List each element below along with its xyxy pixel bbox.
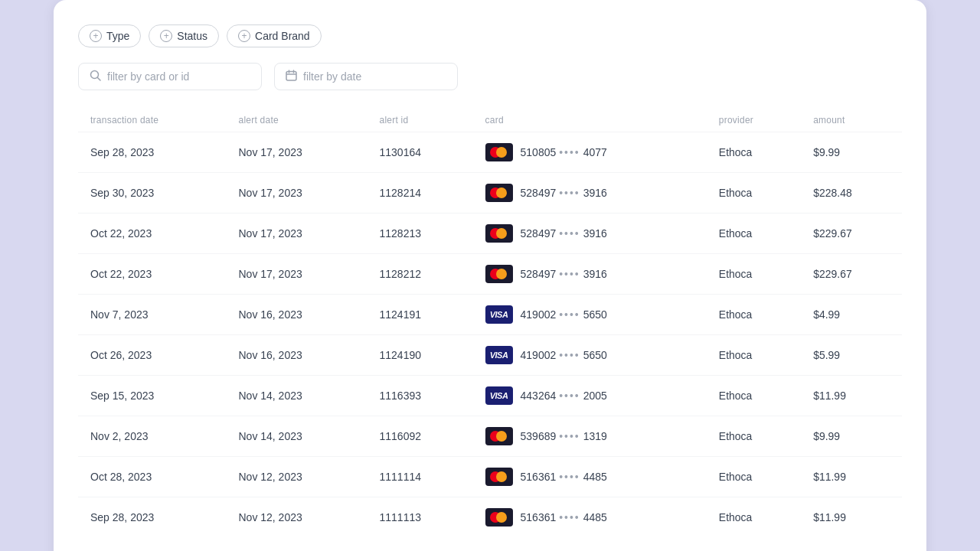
cell-alert-date: Nov 17, 2023 [226,132,367,173]
filter-buttons-row: + Type + Status + Card Brand [78,24,902,47]
cell-card: VISA419002 •••• 5650 [473,295,707,335]
cell-provider: Ethoca [707,416,801,457]
svg-line-1 [98,78,101,81]
cell-provider: Ethoca [707,214,801,254]
cell-alert-date: Nov 17, 2023 [226,254,367,295]
cell-transaction-date: Oct 26, 2023 [78,335,226,376]
cell-provider: Ethoca [707,376,801,416]
cell-alert-id: 1124190 [367,335,472,376]
cell-amount: $229.67 [801,214,902,254]
cell-transaction-date: Nov 2, 2023 [78,416,226,457]
card-number: 528497 •••• 3916 [521,227,607,240]
table-row[interactable]: Sep 15, 2023Nov 14, 20231116393VISA44326… [78,376,902,416]
card-cell: 528497 •••• 3916 [485,265,694,283]
cell-alert-id: 1128212 [367,254,472,295]
cell-card: 516361 •••• 4485 [473,497,707,538]
main-card: + Type + Status + Card Brand [54,0,926,551]
cell-card: 539689 •••• 1319 [473,416,707,457]
cell-amount: $228.48 [801,173,902,214]
cell-card: 528497 •••• 3916 [473,173,707,214]
date-filter-wrap [274,63,458,90]
cell-transaction-date: Sep 30, 2023 [78,173,226,214]
table-row[interactable]: Sep 30, 2023Nov 17, 20231128214 528497 •… [78,173,902,214]
card-number: 516361 •••• 4485 [521,471,607,483]
mastercard-icon [485,468,513,486]
table-row[interactable]: Oct 28, 2023Nov 12, 20231111114 516361 •… [78,457,902,497]
table-row[interactable]: Oct 22, 2023Nov 17, 20231128213 528497 •… [78,214,902,254]
cell-alert-id: 1111113 [367,497,472,538]
col-alert-date: alert date [226,109,367,132]
cell-alert-date: Nov 17, 2023 [226,173,367,214]
card-search-wrap [78,63,262,90]
cell-alert-id: 1124191 [367,295,472,335]
card-brand-filter-label: Card Brand [255,30,310,42]
card-cell: VISA419002 •••• 5650 [485,346,694,364]
cell-transaction-date: Sep 28, 2023 [78,497,226,538]
cell-provider: Ethoca [707,457,801,497]
cell-card: 516361 •••• 4485 [473,457,707,497]
cell-alert-date: Nov 17, 2023 [226,214,367,254]
cell-amount: $11.99 [801,457,902,497]
cell-alert-id: 1128214 [367,173,472,214]
card-cell: VISA419002 •••• 5650 [485,305,694,324]
cell-card: 528497 •••• 3916 [473,214,707,254]
cell-provider: Ethoca [707,132,801,173]
table-row[interactable]: Nov 2, 2023Nov 14, 20231116092 539689 ••… [78,416,902,457]
card-number: 443264 •••• 2005 [521,390,607,402]
card-cell: 516361 •••• 4485 [485,508,694,527]
date-filter-input[interactable] [303,70,446,83]
svg-rect-2 [286,72,296,81]
card-number: 419002 •••• 5650 [521,349,607,361]
cell-amount: $4.99 [801,295,902,335]
status-filter-button[interactable]: + Status [149,24,219,47]
search-row [78,63,902,90]
cell-card: 528497 •••• 3916 [473,254,707,295]
visa-icon: VISA [485,305,513,324]
type-filter-label: Type [106,30,129,42]
cell-transaction-date: Nov 7, 2023 [78,295,226,335]
transactions-table: transaction date alert date alert id car… [78,109,902,537]
table-row[interactable]: Oct 22, 2023Nov 17, 20231128212 528497 •… [78,254,902,295]
card-search-input[interactable] [107,70,250,83]
cell-transaction-date: Oct 22, 2023 [78,214,226,254]
card-number: 528497 •••• 3916 [521,187,607,199]
cell-provider: Ethoca [707,254,801,295]
cell-transaction-date: Sep 28, 2023 [78,132,226,173]
card-brand-filter-button[interactable]: + Card Brand [227,24,322,47]
card-number: 510805 •••• 4077 [521,146,607,158]
card-number: 516361 •••• 4485 [521,511,607,523]
visa-icon: VISA [485,346,513,364]
cell-alert-date: Nov 12, 2023 [226,497,367,538]
mastercard-icon [485,508,513,527]
card-cell: 510805 •••• 4077 [485,143,694,161]
cell-alert-date: Nov 12, 2023 [226,457,367,497]
card-number: 419002 •••• 5650 [521,308,607,321]
mastercard-icon [485,184,513,202]
type-filter-button[interactable]: + Type [78,24,141,47]
table-row[interactable]: Sep 28, 2023Nov 12, 20231111113 516361 •… [78,497,902,538]
visa-icon: VISA [485,386,513,405]
cell-transaction-date: Oct 22, 2023 [78,254,226,295]
cell-provider: Ethoca [707,497,801,538]
card-cell: 539689 •••• 1319 [485,427,694,445]
card-cell: VISA443264 •••• 2005 [485,386,694,405]
col-card: card [473,109,707,132]
cell-amount: $229.67 [801,254,902,295]
col-alert-id: alert id [367,109,472,132]
cell-card: 510805 •••• 4077 [473,132,707,173]
cell-alert-id: 1116092 [367,416,472,457]
table-row[interactable]: Sep 28, 2023Nov 17, 20231130164 510805 •… [78,132,902,173]
cell-alert-date: Nov 16, 2023 [226,335,367,376]
card-number: 539689 •••• 1319 [521,430,607,442]
card-cell: 528497 •••• 3916 [485,224,694,243]
mastercard-icon [485,427,513,445]
status-filter-label: Status [177,30,207,42]
col-transaction-date: transaction date [78,109,226,132]
cell-alert-id: 1111114 [367,457,472,497]
cell-alert-id: 1128213 [367,214,472,254]
table-row[interactable]: Nov 7, 2023Nov 16, 20231124191VISA419002… [78,295,902,335]
table-header-row: transaction date alert date alert id car… [78,109,902,132]
table-row[interactable]: Oct 26, 2023Nov 16, 20231124190VISA41900… [78,335,902,376]
cell-provider: Ethoca [707,335,801,376]
cell-amount: $9.99 [801,416,902,457]
